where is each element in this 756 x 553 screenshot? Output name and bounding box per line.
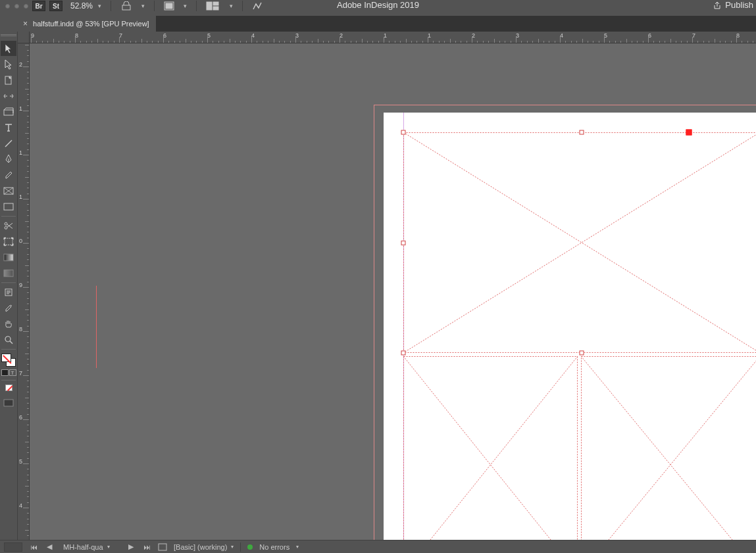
- zoom-level-field[interactable]: 52.8%: [70, 1, 93, 11]
- image-frame[interactable]: [581, 356, 756, 540]
- ruler-label: 1: [19, 105, 22, 112]
- next-spread-button[interactable]: ▶: [126, 542, 136, 552]
- tool-divider: [1, 282, 16, 283]
- ruler-label: 2: [19, 61, 22, 68]
- resize-handle-n-mid[interactable]: [580, 130, 584, 135]
- view-mode-toggle[interactable]: [1, 395, 16, 410]
- publish-button[interactable]: Publish: [713, 0, 753, 10]
- ruler-label: 9: [19, 282, 22, 288]
- gap-tool[interactable]: [1, 88, 16, 103]
- object-style-field[interactable]: [Basic] (working) ▾: [174, 543, 234, 551]
- pencil-tool[interactable]: [1, 167, 16, 182]
- status-bar: ⏮ ◀ MH-half-qua ▾ ▶ ⏭ [Basic] (working) …: [0, 540, 756, 553]
- formatting-text-icon[interactable]: T: [9, 369, 16, 376]
- direct-selection-tool[interactable]: [1, 57, 16, 72]
- resize-handle-nw[interactable]: [401, 130, 406, 135]
- gradient-feather-tool[interactable]: [1, 265, 16, 280]
- content-collector-tool[interactable]: [1, 104, 16, 119]
- window-controls[interactable]: [5, 4, 28, 9]
- svg-rect-0: [122, 5, 130, 10]
- minimize-window-icon[interactable]: [14, 4, 19, 9]
- last-spread-button[interactable]: ⏭: [142, 542, 151, 552]
- zoom-field[interactable]: [4, 542, 22, 552]
- pen-tool[interactable]: [1, 151, 16, 167]
- line-tool[interactable]: [1, 136, 16, 151]
- svg-line-25: [581, 356, 756, 540]
- page-navigation-dropdown-icon[interactable]: ▾: [107, 544, 110, 550]
- gradient-swatch-tool[interactable]: [1, 250, 16, 265]
- stray-path[interactable]: [96, 286, 97, 368]
- rectangle-tool[interactable]: [1, 199, 16, 214]
- view-padlock-icon[interactable]: [120, 1, 132, 11]
- svg-rect-4: [213, 2, 218, 5]
- arrange-documents-dropdown-icon[interactable]: ▾: [230, 3, 233, 9]
- ruler-label: 6: [19, 414, 22, 421]
- hand-tool[interactable]: [1, 316, 16, 331]
- preflight-status-icon[interactable]: [247, 544, 253, 550]
- close-tab-icon[interactable]: ×: [23, 19, 28, 28]
- resize-handle-w[interactable]: [401, 240, 406, 245]
- document-tab-label: halfstuff.indd @ 53% [GPU Preview]: [33, 20, 149, 28]
- selection-tool[interactable]: [1, 41, 16, 56]
- svg-point-10: [5, 223, 7, 225]
- svg-rect-14: [4, 270, 13, 276]
- object-style-dropdown-icon[interactable]: ▾: [231, 544, 234, 550]
- document-tab[interactable]: × halfstuff.indd @ 53% [GPU Preview]: [18, 16, 156, 32]
- zoom-tool[interactable]: [1, 332, 16, 347]
- panel-grip-icon[interactable]: [1, 34, 16, 38]
- preflight-dropdown-icon[interactable]: ▾: [296, 544, 299, 550]
- view-options-dropdown-icon[interactable]: ▾: [141, 3, 145, 9]
- svg-rect-21: [404, 357, 578, 540]
- svg-point-16: [5, 336, 11, 342]
- rectangle-frame-tool[interactable]: [1, 183, 16, 198]
- svg-rect-9: [4, 203, 13, 210]
- ruler-label: 1: [19, 194, 22, 200]
- page-navigation-field[interactable]: MH-half-qua ▾: [61, 542, 120, 552]
- stock-button[interactable]: St: [49, 1, 63, 11]
- vertical-ruler[interactable]: 12111098765432: [18, 43, 30, 540]
- zoom-level-dropdown-icon[interactable]: ▾: [98, 3, 101, 9]
- apply-none-icon[interactable]: [5, 384, 13, 391]
- svg-rect-13: [4, 254, 13, 261]
- svg-line-26: [581, 356, 756, 540]
- scissors-tool[interactable]: [1, 218, 16, 233]
- bridge-button[interactable]: Br: [32, 1, 45, 11]
- close-window-icon[interactable]: [5, 4, 10, 9]
- formatting-affects-row: T: [1, 369, 16, 376]
- image-frame[interactable]: [403, 356, 578, 540]
- ruler-label: 5: [19, 458, 22, 465]
- page-grid-dropdown-icon[interactable]: ▾: [184, 3, 187, 9]
- type-tool[interactable]: [1, 120, 16, 135]
- page-grid-icon[interactable]: [164, 1, 174, 11]
- application-bar: Br St 52.8% ▾ ▾ ▾ ▾ Adobe InDesign 2019 …: [0, 0, 756, 12]
- fill-stroke-swatch[interactable]: [1, 354, 16, 367]
- horizontal-ruler[interactable]: 98765432112345678: [30, 32, 756, 43]
- eyedropper-tool[interactable]: [1, 300, 16, 315]
- resize-handle-n[interactable]: [686, 130, 692, 136]
- publish-label: Publish: [725, 0, 753, 10]
- zoom-window-icon[interactable]: [24, 4, 28, 9]
- resize-handle-sw[interactable]: [401, 351, 406, 356]
- free-transform-tool[interactable]: [1, 234, 16, 249]
- ruler-label: 8: [19, 326, 22, 332]
- first-spread-button[interactable]: ⏮: [29, 542, 38, 552]
- ruler-origin[interactable]: [18, 32, 30, 43]
- preflight-status-text[interactable]: No errors: [259, 543, 290, 551]
- open-pages-panel-icon[interactable]: [158, 542, 167, 552]
- prev-spread-button[interactable]: ◀: [45, 542, 54, 552]
- canvas-pasteboard[interactable]: [30, 43, 756, 540]
- note-tool[interactable]: [1, 284, 16, 300]
- tool-divider: [1, 349, 16, 350]
- document-tab-strip: × halfstuff.indd @ 53% [GPU Preview]: [18, 16, 756, 32]
- ruler-label: 7: [19, 370, 22, 377]
- page-tool[interactable]: [1, 72, 16, 88]
- svg-rect-17: [4, 400, 13, 406]
- svg-line-22: [403, 356, 578, 540]
- arrange-documents-icon[interactable]: [206, 1, 220, 11]
- gpu-performance-icon[interactable]: [252, 1, 263, 11]
- document-workspace: 98765432112345678 12111098765432: [18, 32, 756, 540]
- formatting-container-icon[interactable]: [1, 369, 9, 376]
- resize-handle-s[interactable]: [580, 351, 584, 356]
- apply-color-row: [5, 384, 13, 391]
- svg-rect-12: [5, 238, 13, 245]
